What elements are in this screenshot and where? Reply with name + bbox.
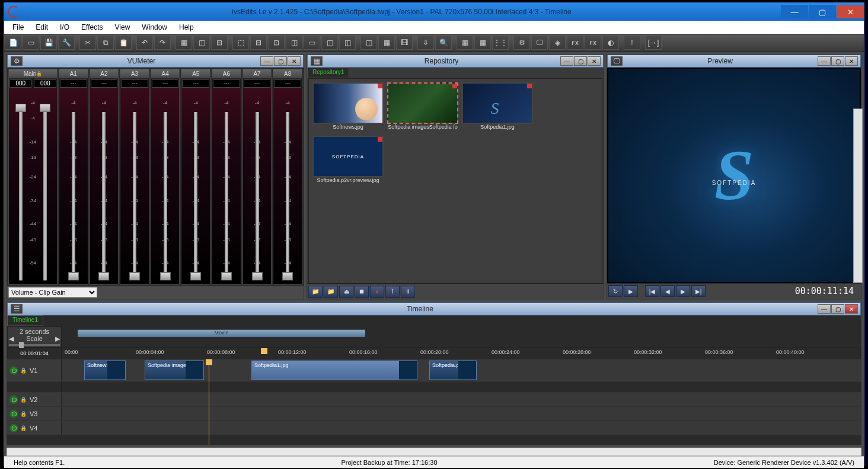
track-header[interactable]: ⏻🔒V2 [7, 393, 62, 406]
panel-min-button[interactable]: — [560, 56, 573, 66]
panel-min-button[interactable]: — [818, 304, 831, 314]
vu-channel[interactable]: A2----4-4-14-13-24-34-44-43-54 [90, 69, 119, 285]
preview-monitor-icon[interactable]: 🖵 [611, 56, 623, 66]
panel-max-button[interactable]: ▢ [574, 56, 587, 66]
panel-max-button[interactable]: ▢ [831, 304, 844, 314]
fx-icon[interactable]: ꜰx [585, 36, 601, 50]
vu-channel[interactable]: A1----4-4-14-13-24-34-44-43-54 [59, 69, 88, 285]
tool-icon[interactable]: ▭ [304, 36, 320, 50]
track-body[interactable] [62, 393, 861, 406]
tool-icon[interactable]: ◫ [321, 36, 338, 50]
new-icon[interactable]: 📄 [5, 36, 21, 50]
repo-record-icon[interactable]: ● [370, 286, 384, 298]
tool-icon[interactable]: ⊟ [250, 36, 267, 50]
repo-thumb[interactable]: Softnews.jpg [312, 82, 384, 132]
undo-icon[interactable]: ↶ [136, 36, 153, 50]
panel-min-button[interactable]: — [260, 56, 273, 66]
tool-icon[interactable]: ⊟ [211, 36, 228, 50]
repo-thumb[interactable]: SSoftpedia1.jpg [462, 82, 533, 132]
timeline-clip[interactable]: Softpedia imagesS [145, 360, 204, 380]
last-icon[interactable]: ▶| [691, 285, 706, 297]
menu-help[interactable]: Help [173, 22, 200, 33]
timeline-ruler[interactable]: 00:0000:00:04:0000:00:08:0000:00:12:0000… [62, 347, 861, 359]
minimize-button[interactable]: — [781, 5, 808, 18]
vu-channel[interactable]: A6----4-4-14-13-24-34-44-43-54 [212, 69, 241, 285]
vu-channel[interactable]: A8----4-4-14-13-24-34-44-43-54 [273, 69, 302, 285]
color-icon[interactable]: ◐ [602, 36, 619, 50]
timeline-clip[interactable]: Softpedia.p2vr.pr [429, 360, 477, 380]
repo-pause-icon[interactable]: ⏸ [401, 286, 415, 298]
track-body[interactable] [62, 421, 861, 435]
track-body[interactable]: Softnews.jpgSoftpedia imagesSSoftpedia1.… [62, 359, 861, 381]
prev-icon[interactable]: ◀ [660, 285, 675, 297]
workspace-scrollbar[interactable] [853, 109, 863, 283]
next-icon[interactable]: ▶ [676, 285, 690, 297]
panel-close-button[interactable]: ✕ [845, 304, 858, 314]
repo-import-icon[interactable]: 📁 [324, 286, 338, 298]
tool-icon[interactable]: ◫ [286, 36, 302, 50]
panel-min-button[interactable]: — [818, 56, 831, 66]
settings-icon[interactable]: 🔧 [58, 36, 75, 50]
menu-effects[interactable]: Effects [75, 22, 108, 33]
export-icon[interactable]: [→] [645, 36, 662, 50]
film-icon[interactable]: 🎞 [396, 36, 413, 50]
open-icon[interactable]: ▭ [23, 36, 39, 50]
timeline-menu-icon[interactable]: ☰ [11, 304, 23, 314]
panel-max-button[interactable]: ▢ [274, 56, 287, 66]
play-icon[interactable]: ▶ [624, 285, 638, 297]
panel-max-button[interactable]: ▢ [831, 56, 844, 66]
repo-import-icon[interactable]: 📁 [308, 286, 323, 298]
menu-io[interactable]: I/O [54, 22, 75, 33]
paste-icon[interactable]: 📋 [115, 36, 132, 50]
redo-icon[interactable]: ↷ [154, 36, 171, 50]
cut-icon[interactable]: ✂ [79, 36, 96, 50]
menu-view[interactable]: View [109, 22, 136, 33]
repo-eject-icon[interactable]: ⏏ [339, 286, 353, 298]
tool-icon[interactable]: ▦ [378, 36, 395, 50]
repo-tab[interactable]: Repository1 [307, 68, 349, 78]
track-header[interactable]: ⏻🔒V4 [7, 421, 62, 435]
info-icon[interactable]: ! [624, 36, 640, 50]
repo-title-icon[interactable]: T [385, 286, 400, 298]
tool-icon[interactable]: ⊡ [268, 36, 285, 50]
timeline-clip[interactable]: Softpedia1.jpg [251, 360, 417, 380]
vu-channel[interactable]: A5----4-4-14-13-24-34-44-43-54 [181, 69, 210, 285]
fx-icon[interactable]: ◈ [549, 36, 566, 50]
track-header[interactable]: ⏻🔒V3 [7, 407, 62, 420]
search-icon[interactable]: 🔍 [435, 36, 452, 50]
vu-mode-select[interactable]: Volume - Clip Gain [8, 287, 97, 298]
menu-file[interactable]: File [7, 22, 30, 33]
grid-icon[interactable]: ▦ [474, 36, 491, 50]
repo-grid-icon[interactable]: ▦ [311, 56, 323, 66]
monitor-icon[interactable]: 🖵 [531, 36, 548, 50]
first-icon[interactable]: |◀ [645, 285, 659, 297]
track-body[interactable] [62, 407, 861, 420]
vu-channel[interactable]: A3----4-4-14-13-24-34-44-43-54 [120, 69, 149, 285]
fx-icon[interactable]: ꜰx [567, 36, 583, 50]
tool-icon[interactable]: ◫ [360, 36, 377, 50]
vu-channel[interactable]: A4----4-4-14-13-24-34-44-43-54 [151, 69, 180, 285]
maximize-button[interactable]: ▢ [809, 5, 836, 18]
save-icon[interactable]: 💾 [40, 36, 57, 50]
tool-icon[interactable]: ◫ [339, 36, 356, 50]
copy-icon[interactable]: ⧉ [97, 36, 114, 50]
timeline-scale-control[interactable]: 2 seconds ◀Scale▶ [7, 326, 62, 347]
loop-icon[interactable]: ↻ [608, 285, 623, 297]
timeline-overview[interactable]: Movie [62, 326, 861, 347]
panel-close-button[interactable]: ✕ [845, 56, 858, 66]
tool-icon[interactable]: ◫ [193, 36, 210, 50]
timeline-clip[interactable]: Softnews.jpg [84, 360, 126, 380]
grid-icon[interactable]: ▦ [457, 36, 473, 50]
vu-channel[interactable]: Main 🔒000000-4-4-14-13-24-34-44-43-54 [8, 69, 58, 285]
menu-edit[interactable]: Edit [30, 22, 54, 33]
repo-thumb[interactable]: SOFTPEDIASoftpedia.p2vr.preview.jpg [312, 136, 384, 186]
grid-icon[interactable]: ⋮⋮ [492, 36, 509, 50]
import-icon[interactable]: ⇩ [417, 36, 434, 50]
track-header[interactable]: ⏻🔒V1 [7, 359, 62, 381]
mixer-icon[interactable]: ⚙ [513, 36, 530, 50]
menu-window[interactable]: Window [136, 22, 173, 33]
panel-close-button[interactable]: ✕ [288, 56, 301, 66]
timeline-tab[interactable]: Timeline1 [7, 315, 43, 326]
snap-icon[interactable]: ⬚ [232, 36, 249, 50]
horizontal-scrollbar[interactable] [7, 448, 861, 456]
